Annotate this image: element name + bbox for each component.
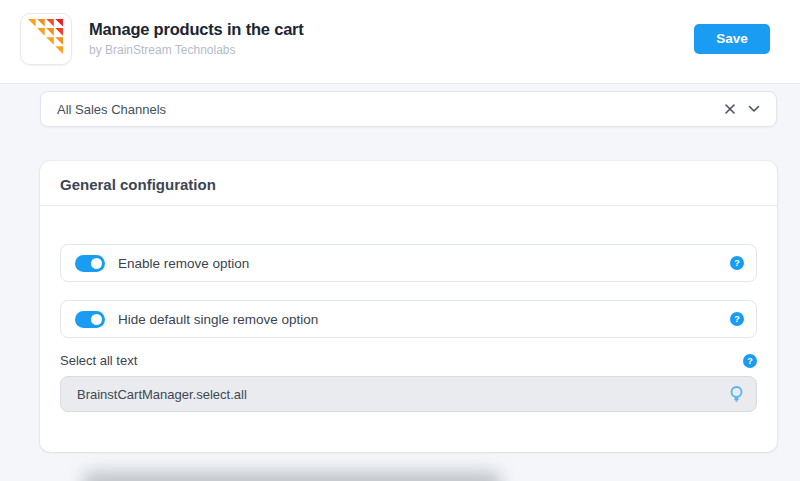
select-all-text-input-wrap: [60, 376, 757, 412]
app-header: Manage products in the cart by BrainStre…: [0, 0, 800, 84]
x-clear-icon[interactable]: [718, 97, 742, 121]
brainstream-triangles-icon: [27, 18, 65, 60]
hide-default-remove-toggle[interactable]: [75, 311, 105, 328]
sales-channel-select[interactable]: All Sales Channels: [40, 91, 777, 127]
toggle-knob: [91, 314, 102, 325]
question-help-icon[interactable]: ?: [743, 354, 757, 368]
app-logo: [20, 13, 72, 65]
sales-channel-value: All Sales Channels: [57, 102, 718, 117]
toggle-knob: [91, 258, 102, 269]
question-help-icon[interactable]: ?: [730, 256, 744, 270]
app-title-block: Manage products in the cart by BrainStre…: [89, 20, 304, 57]
lightbulb-icon[interactable]: [729, 385, 744, 403]
question-help-icon[interactable]: ?: [730, 312, 744, 326]
chevron-down-icon[interactable]: [742, 97, 766, 121]
page-subtitle: by BrainStream Technolabs: [89, 43, 304, 57]
card-body: Enable remove option ? Hide default sing…: [40, 206, 777, 452]
main-content: All Sales Channels General configuration…: [40, 91, 777, 452]
bottom-shadow-band: [82, 471, 502, 481]
page-title: Manage products in the cart: [89, 20, 304, 39]
enable-remove-toggle[interactable]: [75, 255, 105, 272]
option-row-hide-default-remove: Hide default single remove option ?: [60, 300, 757, 338]
save-button[interactable]: Save: [694, 24, 770, 54]
select-all-text-input[interactable]: [77, 387, 729, 402]
select-all-text-label: Select all text: [60, 353, 137, 368]
select-all-text-label-row: Select all text ?: [60, 353, 757, 368]
card-title: General configuration: [60, 176, 757, 193]
option-label: Hide default single remove option: [118, 312, 318, 327]
card-header: General configuration: [40, 161, 777, 206]
option-row-enable-remove: Enable remove option ?: [60, 244, 757, 282]
general-configuration-card: General configuration Enable remove opti…: [40, 161, 777, 452]
option-label: Enable remove option: [118, 256, 249, 271]
